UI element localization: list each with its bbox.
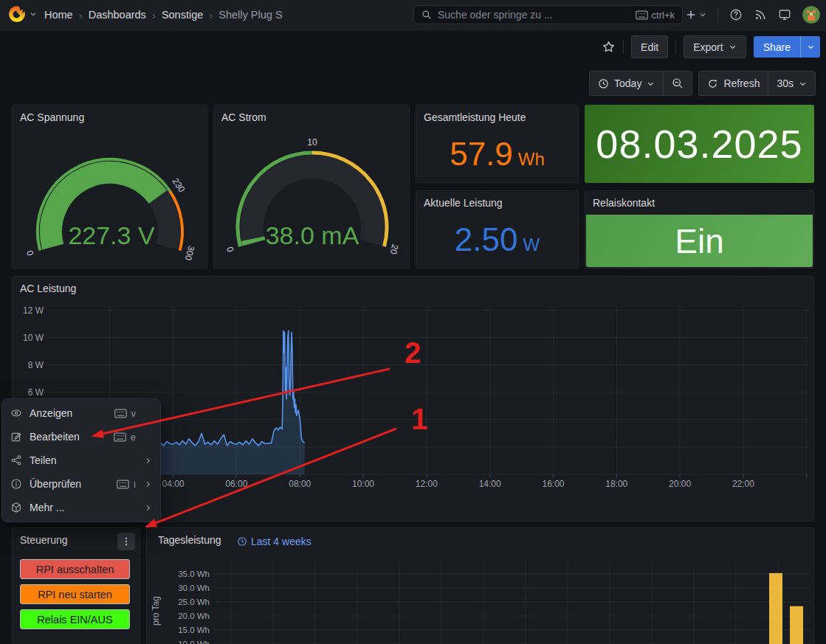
panel-title: Steuerung [20,534,68,546]
chevron-down-icon [647,80,655,88]
plus-icon [685,9,697,21]
divider [717,8,718,21]
time-picker-group: Today [589,71,692,96]
panel-title: Tagesleistung [158,534,221,546]
search-input[interactable]: Suche oder springe zu ... ctrl+k [413,5,683,24]
relay-state: Ein [586,215,813,267]
refresh-group: Refresh 30s [698,71,816,96]
share-button[interactable]: Share [754,36,800,58]
panel-ac-spannung: AC Spannung 227.3 V 0230300 [12,105,207,269]
keyboard-icon [114,409,127,418]
grafana-logo-icon [7,4,27,24]
panel-gesamtleistung: Gesamtleistung Heute 57.9 Wh [416,105,579,183]
panel-steuerung: Steuerung RPI ausschaltenRPI neu starten… [12,527,140,644]
edit-button[interactable]: Edit [631,35,668,58]
refresh-label: Refresh [723,77,760,89]
refresh-button[interactable]: Refresh [699,72,768,95]
search-placeholder: Suche oder springe zu ... [438,9,630,21]
search-shortcut: ctrl+k [652,10,675,21]
time-range-picker[interactable]: Today [590,72,663,95]
grafana-logo[interactable] [7,4,37,24]
star-icon[interactable] [602,40,616,54]
y-axis-label: 35.0 Wh [165,569,210,578]
chevron-down-icon [807,43,815,51]
breadcrumb-item-sonstige[interactable]: Sonstige [162,9,203,21]
menu-item--berpr-fen[interactable]: Überprüfeni [2,472,160,496]
keyboard-icon [114,432,126,442]
avatar[interactable] [802,6,820,24]
refresh-interval: 30s [777,77,794,89]
help-icon[interactable] [729,8,743,21]
time-range-label: Today [614,77,641,89]
divider [675,41,676,54]
add-new-button[interactable] [685,9,706,21]
menu-item-mehr-[interactable]: Mehr ... [2,496,160,519]
breadcrumb-separator: › [79,9,83,21]
control-button-rpi-neu-starten[interactable]: RPI neu starten [20,584,130,604]
edit-icon [10,431,22,443]
gauge-tick-label: 10 [307,137,317,148]
panel-title: Gesamtleistung Heute [424,111,526,123]
y-axis-label: 20.0 Wh [165,612,210,620]
menu-item-bearbeiten[interactable]: Bearbeitene [2,425,160,449]
x-axis-label: 22:00 [732,479,754,489]
chevron-right-icon [144,457,152,465]
control-button-relais-ein-aus[interactable]: Relais EIN/AUS [20,609,130,629]
x-axis-label: 16:00 [542,479,564,489]
panel-menu-button[interactable] [117,533,135,550]
x-axis-label: 14:00 [479,479,501,489]
refresh-icon [707,78,718,89]
chevron-right-icon [143,504,152,512]
y-axis-label: 15.0 Wh [165,626,210,634]
monitor-icon[interactable] [778,8,791,21]
panel-date: 08.03.2025 [585,105,814,183]
y-axis-label: 10 W [13,333,44,343]
x-axis-label: 08:00 [289,479,311,489]
breadcrumb-item-dashboards[interactable]: Dashboards [89,9,146,21]
breadcrumb-separator: › [209,9,213,21]
cube-icon [10,502,22,513]
breadcrumb-item-home[interactable]: Home [44,9,73,21]
stat-value: 57.9 [450,138,513,170]
news-rss-icon[interactable] [754,8,767,21]
share-dropdown-button[interactable] [800,36,820,58]
clock-icon [237,536,247,547]
panel-title: AC Spannung [20,111,84,123]
y-axis-label: 12 W [13,305,44,316]
keyboard-icon [636,10,648,20]
panel-ac-strom: AC Strom 38.0 mA 01020 [213,105,410,269]
chevron-down-icon [699,11,706,18]
y-axis-label: 30.0 Wh [165,584,210,592]
top-nav: Home›Dashboards›Sonstige›Shelly Plug S S… [0,0,826,30]
stat-value: 2.50 [455,224,518,256]
control-button-rpi-ausschalten[interactable]: RPI ausschalten [20,559,130,579]
panel-tagesleistung: Tagesleistung Last 4 weeks pro Tag 35.0 … [146,527,814,644]
menu-item-shortcut: v [114,408,137,419]
export-button[interactable]: Export [684,35,746,58]
time-range-override-link[interactable]: Last 4 weeks [237,536,312,547]
panel-context-menu: AnzeigenvBearbeiteneTeilenÜberprüfeniMeh… [1,398,161,522]
share-alt-icon [10,454,22,466]
time-controls: Today Refresh [589,71,816,96]
breadcrumb-item-shelly-plug-s[interactable]: Shelly Plug S [218,9,282,21]
panel-title: AC Leistung [20,283,76,294]
refresh-interval-picker[interactable]: 30s [768,72,815,95]
menu-item-teilen[interactable]: Teilen [2,449,160,472]
chevron-right-icon [144,480,152,488]
zoom-out-button[interactable] [663,72,692,95]
chevron-down-icon [799,80,807,88]
y-axis-label: 6 W [13,387,44,398]
dashboard-toolbar: Edit Export Share [602,35,820,58]
x-axis-label: 12:00 [416,479,438,489]
x-axis-label: 18:00 [605,479,627,489]
chevron-right-icon [144,504,152,512]
x-axis-label: 20:00 [669,479,691,489]
breadcrumb: Home›Dashboards›Sonstige›Shelly Plug S [44,0,283,30]
chevron-down-icon [729,43,737,51]
menu-item-label: Mehr ... [30,502,136,513]
menu-item-label: Teilen [30,454,136,466]
menu-item-label: Anzeigen [30,407,107,419]
menu-item-shortcut: i [117,479,136,490]
divider [623,41,624,54]
menu-item-anzeigen[interactable]: Anzeigenv [2,401,160,425]
